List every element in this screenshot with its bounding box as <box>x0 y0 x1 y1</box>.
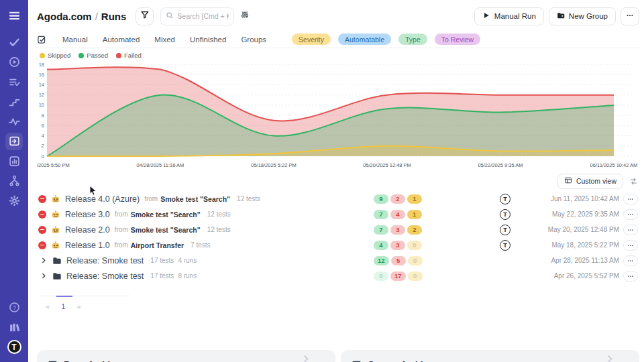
sidebar-item-checklist[interactable] <box>5 73 23 90</box>
filter-pill-group: SeverityAutomatableTypeTo Review <box>292 34 480 45</box>
filter-pill-severity[interactable]: Severity <box>292 34 331 45</box>
search-icon <box>166 10 174 22</box>
select-all-checkbox-icon[interactable] <box>37 35 46 44</box>
manual-run-button[interactable]: Manual Run <box>474 7 544 25</box>
tests-count: 17 tests <box>150 272 174 280</box>
search-box[interactable] <box>160 7 234 25</box>
result-badges: 430 <box>374 241 422 250</box>
result-badges: 0170 <box>374 272 423 281</box>
legend-item-passed: Passed <box>78 52 108 59</box>
svg-text:12: 12 <box>39 92 44 98</box>
pagination: « 1 » <box>41 296 129 310</box>
checklist-icon <box>9 76 20 88</box>
tab-mixed[interactable]: Mixed <box>154 36 175 44</box>
suite-link[interactable]: Smoke test "Search" <box>131 210 201 219</box>
tests-count: 12 tests <box>207 210 231 218</box>
breadcrumb-project[interactable]: Agoda.com <box>37 11 92 22</box>
legend-item-skipped: Skipped <box>40 52 70 59</box>
chevron-right-icon <box>605 354 615 362</box>
custom-view-label: Custom view <box>576 177 616 185</box>
run-title[interactable]: Release 3.0 <box>65 210 110 219</box>
suite-link[interactable]: Airport Transfer <box>131 241 184 249</box>
row-more-button[interactable] <box>623 209 638 220</box>
failed-count-badge: 3 <box>390 225 405 235</box>
breadcrumb-separator: / <box>95 11 98 22</box>
folder-icon <box>52 272 62 281</box>
passed-count-badge: 9 <box>374 194 388 204</box>
groups-archive-card[interactable]: Groups Archive <box>341 350 639 362</box>
legend-item-failed: Failed <box>116 52 142 59</box>
tab-unfinished[interactable]: Unfinished <box>190 36 226 44</box>
sidebar-item-steps[interactable] <box>5 93 23 111</box>
sidebar-item-check[interactable] <box>5 34 23 51</box>
archives-section: Runs ArchiveGroups Archive <box>37 350 639 362</box>
group-title[interactable]: Release: Smoke test <box>66 256 144 265</box>
failed-status-icon <box>38 241 46 249</box>
sidebar-item-library[interactable] <box>5 318 23 336</box>
pagination-prev-button[interactable]: « <box>46 302 50 310</box>
new-group-button[interactable]: New Group <box>549 7 616 25</box>
result-badges: 1250 <box>374 256 423 265</box>
gear-icon <box>9 195 20 206</box>
suite-link[interactable]: Smoke test "Search" <box>131 226 201 234</box>
group-title[interactable]: Release: Smoke test <box>66 272 144 281</box>
suite-link[interactable]: Smoke test "Search" <box>160 195 230 203</box>
sidebar-item-logo[interactable]: T <box>5 339 23 356</box>
archive-icon <box>48 359 58 362</box>
passed-count-badge: 0 <box>374 272 388 281</box>
svg-text:2: 2 <box>42 143 44 149</box>
robot-icon <box>51 225 60 235</box>
svg-text:05/20/2025 12:48 PM: 05/20/2025 12:48 PM <box>363 162 411 168</box>
sidebar: ?T <box>0 0 28 362</box>
sort-icon[interactable] <box>629 177 638 186</box>
sidebar-item-play-circle[interactable] <box>5 54 23 71</box>
run-row: Release 3.0fromSmoke test "Search"12 tes… <box>37 206 639 222</box>
pagination-page-1[interactable]: 1 <box>61 302 65 310</box>
row-more-button[interactable] <box>623 240 638 251</box>
sidebar-item-analytics[interactable] <box>5 152 23 170</box>
sidebar-item-help[interactable]: ? <box>5 299 23 316</box>
filter-pill-to-review[interactable]: To Review <box>435 34 480 45</box>
custom-view-button[interactable]: Custom view <box>557 174 623 189</box>
tab-automated[interactable]: Automated <box>103 36 140 44</box>
svg-text:14: 14 <box>39 82 44 88</box>
logo-icon: T <box>7 340 21 354</box>
runs-archive-card[interactable]: Runs Archive <box>37 350 335 362</box>
breadcrumb: Agoda.com/Runs <box>37 11 126 22</box>
group-row: Release: Smoke test17 tests8 runs0170Apr… <box>37 268 639 284</box>
row-more-button[interactable] <box>623 255 638 266</box>
filter-button[interactable] <box>136 7 154 25</box>
header-more-button[interactable] <box>621 7 639 25</box>
pagination-next-button[interactable]: » <box>76 302 80 310</box>
expand-chevron-icon[interactable] <box>40 272 48 280</box>
play-icon <box>482 11 490 21</box>
run-title[interactable]: Release 2.0 <box>65 225 110 235</box>
analytics-icon <box>9 156 20 167</box>
expand-chevron-icon[interactable] <box>40 257 48 264</box>
row-more-button[interactable] <box>623 194 638 204</box>
robot-icon <box>51 210 60 219</box>
legend-label: Failed <box>124 52 142 59</box>
adjustments-icon[interactable] <box>240 10 250 22</box>
filter-pill-type[interactable]: Type <box>398 34 427 45</box>
ellipsis-icon <box>627 257 634 264</box>
tab-groups[interactable]: Groups <box>241 36 266 44</box>
sidebar-item-gear[interactable] <box>5 192 23 209</box>
sidebar-item-menu[interactable] <box>5 7 23 24</box>
filter-pill-automatable[interactable]: Automatable <box>338 34 391 45</box>
tab-manual[interactable]: Manual <box>62 36 88 44</box>
search-input[interactable] <box>177 12 229 20</box>
runs-table: Release 4.0 (Azure)fromSmoke test "Searc… <box>37 191 639 284</box>
sidebar-item-branch[interactable] <box>5 172 23 190</box>
folder-icon <box>52 256 62 265</box>
assignee-avatar: T <box>500 209 511 220</box>
svg-text:?: ? <box>12 304 15 311</box>
archive-icon <box>352 359 362 362</box>
legend-label: Passed <box>87 52 108 59</box>
run-title[interactable]: Release 4.0 (Azure) <box>65 194 140 204</box>
sidebar-item-runs[interactable] <box>5 133 23 150</box>
row-more-button[interactable] <box>623 271 638 282</box>
run-title[interactable]: Release 1.0 <box>65 241 110 250</box>
sidebar-item-pulse[interactable] <box>5 113 23 130</box>
row-more-button[interactable] <box>623 225 638 235</box>
